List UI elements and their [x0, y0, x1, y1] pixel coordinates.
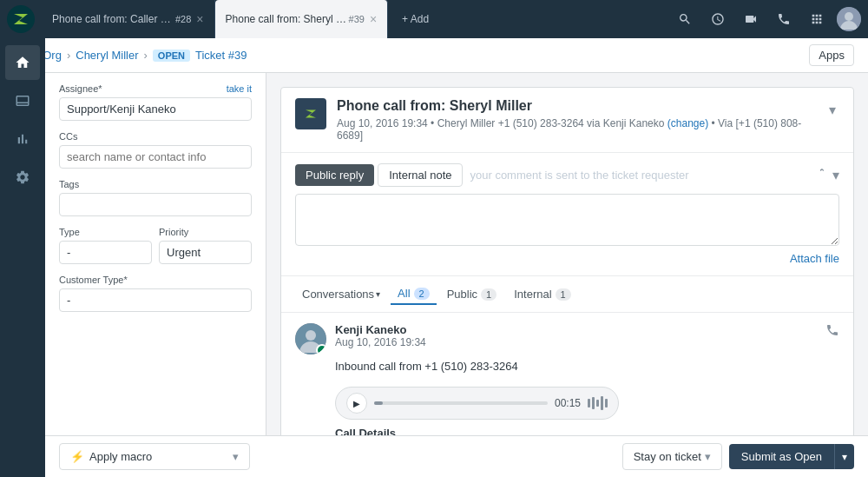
tab-2[interactable]: Phone call from: Sheryl Miller #39 ×	[215, 0, 389, 38]
video-icon[interactable]	[738, 6, 764, 32]
reply-icon-format[interactable]	[815, 167, 829, 184]
ccs-label: CCs	[59, 131, 252, 142]
tab-1[interactable]: Phone call from: Caller +1 (510... #28 ×	[42, 0, 215, 38]
type-label-text: Type	[59, 227, 80, 237]
attach-file-link[interactable]: Attach file	[790, 252, 839, 265]
sidebar-icon-home[interactable]	[5, 45, 40, 80]
message-text: Inbound call from +1 (510) 283-3264	[335, 360, 839, 373]
left-panel: Assignee* take it CCs Tags Type	[45, 73, 266, 435]
meta-sep-1: •	[431, 117, 437, 129]
sidebar-icon-inbox[interactable]	[5, 83, 40, 118]
audio-progress-fill	[374, 401, 383, 405]
message-avatar-badge	[316, 344, 326, 354]
internal-count-badge: 1	[556, 288, 571, 301]
customer-type-input[interactable]	[59, 288, 252, 312]
macro-chevron-icon: ▾	[233, 450, 239, 463]
customer-type-field: Customer Type*	[59, 275, 252, 312]
wave-bar-1	[588, 399, 590, 407]
internal-filter[interactable]: Internal 1	[507, 284, 578, 304]
add-tab-button[interactable]: + Add	[388, 13, 439, 25]
reply-textarea[interactable]	[295, 194, 839, 246]
type-field: Type	[59, 227, 152, 264]
message-avatar	[295, 323, 326, 354]
customer-type-label: Customer Type*	[59, 275, 252, 285]
assignee-label: Assignee* take it	[59, 83, 252, 94]
nav-right	[672, 6, 861, 32]
customer-type-label-text: Customer Type*	[59, 275, 128, 285]
svg-point-5	[319, 347, 326, 354]
ccs-input[interactable]	[59, 145, 252, 169]
apps-button[interactable]: Apps	[809, 44, 854, 66]
public-reply-tab[interactable]: Public reply	[295, 164, 374, 186]
submit-button[interactable]: Submit as Open	[729, 444, 834, 469]
conversations-filter[interactable]: Conversations ▾	[295, 284, 387, 304]
priority-field: Priority	[159, 227, 252, 264]
submit-status-value: Open	[794, 450, 822, 463]
macro-label: Apply macro	[89, 450, 152, 463]
reply-icon-expand[interactable]: ▾	[832, 167, 839, 184]
take-it-link[interactable]: take it	[227, 83, 252, 94]
tags-input[interactable]	[59, 193, 252, 216]
audio-progress-bar[interactable]	[374, 401, 548, 405]
type-input[interactable]	[59, 241, 152, 264]
breadcrumb-sep-2: ›	[143, 49, 147, 62]
conv-filter: Conversations ▾ All 2 Public 1 Internal …	[281, 275, 853, 313]
internal-note-tab[interactable]: Internal note	[378, 163, 463, 187]
reply-placeholder-text: your comment is sent to the ticket reque…	[470, 169, 688, 182]
reply-tab-row: Public reply Internal note your comment …	[295, 163, 839, 187]
priority-label-text: Priority	[159, 227, 188, 237]
top-nav: Phone call from: Caller +1 (510... #28 ×…	[0, 0, 868, 38]
submit-dropdown-button[interactable]: ▾	[834, 444, 854, 469]
public-filter[interactable]: Public 1	[440, 284, 504, 304]
ticket-date: Aug 10, 2016 19:34	[337, 117, 428, 129]
message-author: Kenji Kaneko	[335, 323, 817, 336]
message-action-icon[interactable]	[825, 323, 839, 341]
breadcrumb-ticket[interactable]: Ticket #39	[195, 49, 247, 62]
assignee-input[interactable]	[59, 97, 252, 121]
tab-1-close[interactable]: ×	[196, 13, 203, 25]
tab-2-subtitle: #39	[349, 14, 365, 24]
main-content: Assignee* take it CCs Tags Type	[45, 73, 868, 435]
ticket-meta: Aug 10, 2016 19:34 • Cheryl Miller +1 (5…	[337, 117, 825, 142]
bottom-bar: ⚡ Apply macro ▾ Stay on ticket ▾ Submit …	[0, 435, 868, 477]
stay-label: Stay on ticket	[634, 450, 701, 463]
phone-icon[interactable]	[771, 6, 797, 32]
tags-label-text: Tags	[59, 179, 79, 189]
play-button[interactable]: ▶	[346, 393, 367, 414]
message-content: Inbound call from +1 (510) 283-3264	[335, 360, 839, 373]
sidebar-icon-reports[interactable]	[5, 122, 40, 156]
clock-icon[interactable]	[705, 6, 731, 32]
priority-input[interactable]	[159, 241, 252, 264]
stay-on-ticket-button[interactable]: Stay on ticket ▾	[622, 443, 722, 470]
grid-icon[interactable]	[804, 6, 830, 32]
message-item: Kenji Kaneko Aug 10, 2016 19:34 Inbound …	[281, 313, 853, 435]
conversations-chevron: ▾	[376, 289, 380, 299]
svg-point-2	[845, 12, 853, 21]
ticket-logo	[295, 98, 326, 129]
submit-label: Submit as	[741, 450, 792, 463]
public-label: Public	[447, 288, 477, 301]
all-filter[interactable]: All 2	[391, 283, 437, 305]
ticket-title: Phone call from: Sheryl Miller	[337, 98, 825, 114]
wave-bar-2	[592, 397, 595, 409]
apply-macro-button[interactable]: ⚡ Apply macro ▾	[59, 443, 250, 470]
stay-chevron-icon: ▾	[705, 450, 711, 463]
priority-label: Priority	[159, 227, 252, 237]
sidebar-icon-settings[interactable]	[5, 160, 40, 195]
assignee-label-text: Assignee*	[59, 83, 102, 94]
search-icon[interactable]	[672, 6, 698, 32]
ticket-change-link[interactable]: (change)	[667, 117, 708, 129]
breadcrumb-cheryl[interactable]: Cheryl Miller	[76, 49, 138, 62]
audio-player: ▶ 00:15	[335, 387, 619, 420]
internal-label: Internal	[514, 288, 551, 301]
all-count-badge: 2	[414, 288, 430, 300]
type-label: Type	[59, 227, 152, 237]
user-avatar[interactable]	[837, 7, 861, 31]
all-label: All	[398, 287, 410, 300]
ticket-collapse-button[interactable]: ▾	[825, 98, 839, 122]
reply-footer: Attach file	[295, 252, 839, 265]
lightning-icon: ⚡	[70, 450, 84, 463]
tab-2-close[interactable]: ×	[370, 13, 377, 25]
tabs-bar: Phone call from: Caller +1 (510... #28 ×…	[42, 0, 672, 38]
ticket-info: Phone call from: Sheryl Miller Aug 10, 2…	[337, 98, 825, 142]
